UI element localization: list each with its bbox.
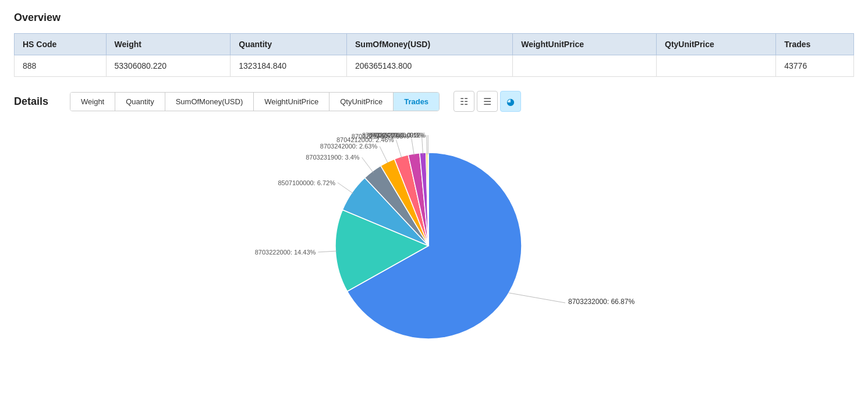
label-line-6 <box>411 136 414 156</box>
tab-weight[interactable]: Weight <box>70 93 115 111</box>
overview-title: Overview <box>14 12 854 24</box>
slice-label-1: 8703222000: 14.43% <box>254 249 316 256</box>
overview-col-sumofmoneyusd: SumOfMoney(USD) <box>347 34 513 55</box>
tab-sumofmoneyusd[interactable]: SumOfMoney(USD) <box>165 93 254 111</box>
main-container: Overview HS CodeWeightQuantitySumOfMoney… <box>0 0 868 380</box>
chart-view-button[interactable]: ◕ <box>500 91 521 112</box>
table-cell: 43776 <box>776 55 854 77</box>
details-tab-group: WeightQuantitySumOfMoney(USD)WeightUnitP… <box>70 92 440 111</box>
overview-col-weightunitprice: WeightUnitPrice <box>513 34 657 55</box>
tab-qtyunitprice[interactable]: QtyUnitPrice <box>330 93 394 111</box>
label-line-big <box>509 293 565 303</box>
label-line-5 <box>396 140 402 158</box>
table-cell: 53306080.220 <box>106 55 231 77</box>
table-cell <box>657 55 776 77</box>
overview-col-weight: Weight <box>106 34 231 55</box>
label-line-2 <box>337 183 353 194</box>
table-cell: 206365143.800 <box>347 55 513 77</box>
pie-chart: 8703222000: 14.43%8507100000: 6.72%87032… <box>231 123 638 368</box>
list-view-button[interactable]: ☰ <box>477 91 498 112</box>
table-cell: 888 <box>15 55 107 77</box>
details-title: Details <box>14 96 61 108</box>
tab-weightunitprice[interactable]: WeightUnitPrice <box>254 93 330 111</box>
tab-quantity[interactable]: Quantity <box>115 93 165 111</box>
grid-view-button[interactable]: ☷ <box>454 91 474 112</box>
slice-label-4: 8703242000: 2.63% <box>320 143 377 150</box>
slice-label-2: 8507100000: 6.72% <box>278 179 335 186</box>
slice-label-big: 8703232000: 66.87% <box>568 298 635 306</box>
chart-area: 8703222000: 14.43%8507100000: 6.72%87032… <box>14 123 854 368</box>
overview-col-hscode: HS Code <box>15 34 107 55</box>
view-icons-group: ☷ ☰ ◕ <box>454 91 521 112</box>
label-line-4 <box>380 146 388 164</box>
overview-col-quantity: Quantity <box>231 34 347 55</box>
label-line-1 <box>318 251 337 252</box>
overview-col-trades: Trades <box>776 34 854 55</box>
table-row: 88853306080.2201323184.840206365143.8004… <box>15 55 854 77</box>
tab-trades[interactable]: Trades <box>394 93 439 111</box>
pie-container: 8703222000: 14.43%8507100000: 6.72%87032… <box>231 123 638 368</box>
table-cell <box>513 55 657 77</box>
label-line-3 <box>362 157 373 173</box>
details-header: Details WeightQuantitySumOfMoney(USD)Wei… <box>14 91 854 112</box>
slice-label-9: 8703241900: 0.12% <box>368 132 426 139</box>
slice-label-3: 8703231900: 3.4% <box>306 154 360 161</box>
overview-col-qtyunitprice: QtyUnitPrice <box>657 34 776 55</box>
table-cell: 1323184.840 <box>231 55 347 77</box>
overview-table: HS CodeWeightQuantitySumOfMoney(USD)Weig… <box>14 33 854 77</box>
label-line-8 <box>426 135 427 154</box>
